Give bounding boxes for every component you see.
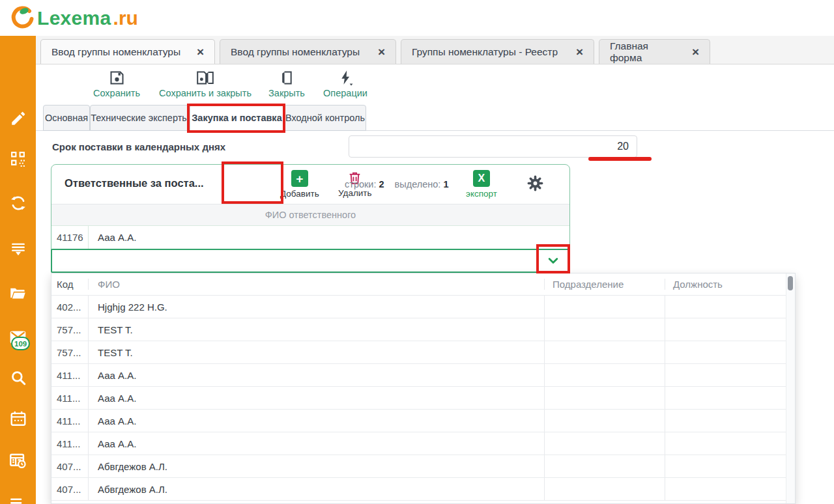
cell-code: 757... [51, 318, 89, 341]
table-row[interactable]: 407...Абвгдежов А.Л. [51, 478, 786, 501]
close-icon[interactable]: × [692, 46, 699, 58]
cell-code: 41176 [51, 226, 89, 249]
delivery-days-input[interactable] [349, 135, 637, 158]
responsible-panel-header: Ответственные за поста... + Добавить Уда… [51, 165, 569, 204]
cell-position [665, 410, 786, 432]
cell-division [545, 387, 665, 409]
brand-name: Lexema [37, 7, 111, 29]
sidebar-item-refresh[interactable] [0, 193, 36, 213]
search-icon [10, 369, 27, 386]
close-icon[interactable]: × [197, 46, 204, 58]
tab-technical-experts[interactable]: Технические эксперты [90, 105, 190, 131]
cell-name: TEST T. [89, 318, 545, 341]
table-row[interactable]: 757...TEST T. [51, 318, 786, 341]
sidebar-item-calendar[interactable] [0, 409, 36, 428]
grid-column-header[interactable]: ФИО ответственного [51, 204, 569, 225]
window-tab-4[interactable]: Главная форма × [599, 39, 710, 64]
cell-position [665, 364, 786, 386]
table-row[interactable]: 411...Ааа А.А. [51, 387, 786, 410]
new-responsible-input[interactable] [55, 251, 537, 270]
tab-incoming-control[interactable]: Входной контроль [284, 105, 366, 131]
sidebar: 109 [0, 36, 36, 504]
lookup-table-body: 402...Hjghjg 222 H.G.757...TEST T.757...… [51, 296, 786, 501]
add-row-button[interactable]: + Добавить [280, 170, 319, 199]
cell-position [665, 341, 786, 363]
sidebar-item-folder[interactable] [0, 283, 36, 303]
cell-division [545, 364, 665, 386]
table-row[interactable]: 402...Hjghjg 222 H.G. [51, 296, 786, 318]
column-header-code[interactable]: Код [51, 279, 89, 290]
column-header-name[interactable]: ФИО [89, 279, 545, 290]
plus-icon: + [291, 170, 308, 187]
sidebar-item-print-queue[interactable] [0, 240, 36, 259]
cell-name: Ааа А.А. [89, 387, 545, 409]
save-and-close-button[interactable]: Сохранить и закрыть [152, 69, 259, 98]
tab-procurement[interactable]: Закупка и поставка [190, 105, 284, 131]
excel-export-button[interactable]: X экспорт [466, 170, 497, 199]
close-icon[interactable]: × [378, 46, 385, 58]
lightning-icon [337, 69, 354, 87]
lookup-table: Код ФИО Подразделение Должность 402...Hj… [51, 273, 786, 503]
cell-name: Ааа А.А. [89, 226, 136, 249]
window-tab-1[interactable]: Ввод группы номенклатуры × [40, 39, 215, 64]
sidebar-item-search[interactable] [0, 368, 36, 387]
cell-division [545, 432, 665, 455]
table-row[interactable]: 757...TEST T. [51, 341, 786, 364]
table-row[interactable]: 407...Абвгдежов А.Л. [51, 455, 786, 478]
folder-open-icon [9, 285, 27, 302]
chevron-down-icon [547, 254, 560, 267]
save-label: Сохранить [93, 88, 140, 98]
lexema-logo-icon [8, 5, 35, 31]
save-and-close-icon [195, 69, 215, 87]
lexema-logo[interactable]: Lexema.ru [8, 5, 138, 31]
lookup-table-header: Код ФИО Подразделение Должность [51, 273, 786, 296]
dropdown-scrollbar[interactable] [788, 276, 793, 290]
tab-main[interactable]: Основная [43, 105, 90, 131]
qr-code-icon [10, 150, 26, 167]
sidebar-item-edit[interactable] [0, 109, 36, 128]
cell-position [665, 432, 786, 455]
cell-code: 402... [51, 296, 89, 318]
sidebar-item-report[interactable] [0, 451, 36, 470]
cell-position [665, 387, 786, 409]
report-clock-icon [9, 452, 27, 469]
cell-name: Абвгдежов А.Л. [89, 478, 545, 500]
cell-position [665, 478, 786, 500]
dropdown-scrollbar-track[interactable] [786, 273, 795, 503]
brand-suffix: .ru [113, 7, 138, 29]
window-tab-3[interactable]: Группы номенклатуры - Реестр × [401, 39, 594, 64]
column-header-position[interactable]: Должность [665, 279, 786, 290]
table-row[interactable]: 411...Ааа А.А. [51, 410, 786, 432]
close-label: Закрыть [268, 88, 305, 98]
door-close-icon [278, 69, 296, 87]
sidebar-item-mail[interactable]: 109 [0, 328, 36, 347]
sidebar-item-tasks[interactable] [0, 494, 36, 504]
save-button[interactable]: Сохранить [88, 69, 145, 98]
close-icon[interactable]: × [576, 46, 583, 58]
new-row-editor[interactable] [51, 249, 570, 273]
sidebar-item-qr[interactable] [0, 148, 36, 168]
grid-settings-button[interactable] [526, 175, 544, 194]
open-lookup-button[interactable] [547, 254, 560, 269]
table-row[interactable]: 411...Ааа А.А. [51, 364, 786, 387]
record-toolbar: Сохранить Сохранить и закрыть Закрыть Оп… [36, 64, 834, 104]
app-header: Lexema.ru [0, 0, 834, 36]
cell-name: Ааа А.А. [89, 410, 545, 432]
window-tab-label: Ввод группы номенклатуры [51, 46, 180, 58]
cell-name: Ааа А.А. [89, 432, 545, 455]
table-row[interactable]: 41176 Ааа А.А. [51, 225, 569, 249]
operations-button[interactable]: Операции [318, 69, 373, 98]
window-tab-2[interactable]: Ввод группы номенклатуры × [220, 39, 396, 64]
save-and-close-label: Сохранить и закрыть [159, 88, 252, 98]
column-header-division[interactable]: Подразделение [545, 279, 665, 290]
close-form-button[interactable]: Закрыть [263, 69, 310, 98]
table-row[interactable]: 411...Ааа А.А. [51, 432, 786, 455]
cell-name: Абвгдежов А.Л. [89, 455, 545, 477]
calendar-icon [10, 410, 27, 427]
cell-position [665, 455, 786, 477]
delete-label: Удалить [338, 188, 372, 198]
selected-count: выделено:1 [395, 179, 449, 189]
export-label: экспорт [466, 189, 497, 199]
window-tab-label: Главная форма [610, 40, 683, 64]
cell-position [665, 318, 786, 341]
